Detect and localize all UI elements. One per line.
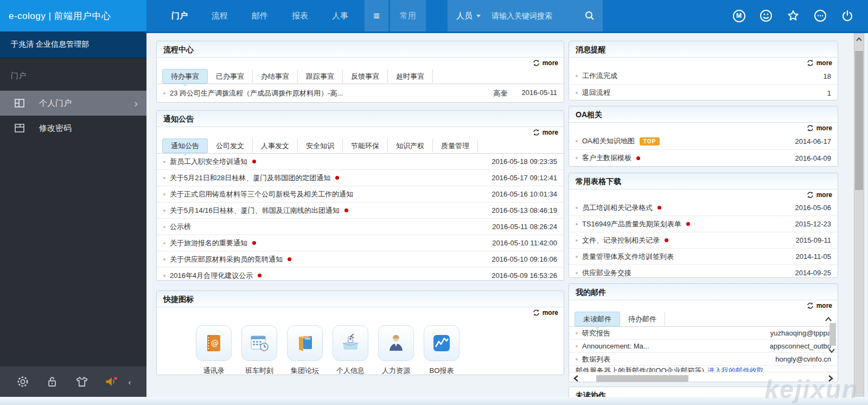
smiley-icon[interactable] <box>760 9 773 22</box>
notice-row[interactable]: 关于5月21日和28日桂林、厦门及韩国团的定团通知 2016-05-17 09:… <box>157 170 564 186</box>
tab-done[interactable]: 已办事宜 <box>208 69 253 83</box>
hamburger-menu-icon[interactable]: ≡ <box>365 0 388 31</box>
message-count: 18 <box>824 72 831 80</box>
star-favorite-icon[interactable] <box>787 9 800 22</box>
tab-ip[interactable]: 知识产权 <box>388 139 433 153</box>
bullet-icon <box>576 358 578 360</box>
workflow-row[interactable]: 23 跨公司生产调拨流程（产成品调拨作原材料用）-高... 高奎 2016-05… <box>157 84 564 102</box>
shortcut-forum[interactable]: 集团论坛 <box>287 325 323 375</box>
mail-footer-note[interactable]: 邮件服务器上的新邮件(如QQ企业邮箱等) 进入我的邮件收取 <box>569 366 838 372</box>
oa-more-button[interactable]: more <box>569 123 838 133</box>
sidebar-item-personal-portal[interactable]: 个人门户 › <box>0 91 146 116</box>
mail-footer-link[interactable]: 进入我的邮件收取 <box>707 366 764 372</box>
forms-more-button[interactable]: more <box>569 189 838 200</box>
oa-row[interactable]: OA相关知识地图 TOP 2014-06-17 <box>569 133 838 150</box>
mail-row[interactable]: 数据列表 hongly@cvinfo.cn <box>569 353 838 366</box>
mail-more-button[interactable]: more <box>569 300 838 311</box>
tab-track[interactable]: 跟踪事宜 <box>298 69 343 83</box>
announcement-speaker-icon[interactable] <box>104 375 118 389</box>
message-more-button[interactable]: more <box>569 58 838 68</box>
search-input[interactable] <box>490 0 577 31</box>
sidebar-footer: ‹ <box>0 366 146 397</box>
oa-panel: OA相关 more OA相关知识地图 TOP 2014-06-17 客户主数据模… <box>569 106 838 167</box>
tab-quality[interactable]: 质量管理 <box>433 139 478 153</box>
shortcut-contacts[interactable]: @ 通讯录 <box>196 325 232 375</box>
lock-icon[interactable] <box>45 375 59 389</box>
top-badge: TOP <box>640 137 660 145</box>
sidebar-item-label: 个人门户 <box>39 98 72 109</box>
tab-todo[interactable]: 待办事宜 <box>162 69 208 84</box>
collapse-sidebar-icon[interactable]: ‹ <box>129 377 131 387</box>
mail-horizontal-scroll-thumb[interactable] <box>596 375 688 382</box>
scroll-down-icon[interactable] <box>828 348 835 353</box>
scroll-up-icon[interactable] <box>825 317 832 322</box>
page-scrollbar[interactable] <box>854 33 864 405</box>
svg-text:@: @ <box>211 339 219 347</box>
id-badge-icon <box>340 332 361 354</box>
notice-row[interactable]: 关于旅游报名的重要通知 2016-05-10 11:42:00 <box>157 235 564 251</box>
bullet-icon <box>576 75 578 77</box>
notice-more-button[interactable]: more <box>157 127 564 137</box>
shortcut-personal-info[interactable]: 个人信息 <box>333 325 368 375</box>
search-category-dropdown[interactable]: 人员 <box>448 0 486 31</box>
mail-row[interactable]: 研究报告 yuzhaoqing@tpppa <box>569 327 838 340</box>
tab-hr-docs[interactable]: 人事发文 <box>253 139 298 153</box>
forms-panel: 常用表格下载 more 员工培训相关记录格式 2016-05-06 TS1694… <box>569 173 838 278</box>
search-bar: 人员 <box>448 0 603 31</box>
tab-energy[interactable]: 节能环保 <box>343 139 388 153</box>
oa-row[interactable]: 客户主数据模板 2016-04-09 <box>569 150 838 166</box>
nav-hr[interactable]: 人事 <box>320 0 360 31</box>
nav-portal[interactable]: 门户 <box>159 0 200 31</box>
panel-title: 消息提醒 <box>569 41 838 58</box>
tab-company-docs[interactable]: 公司发文 <box>208 139 253 153</box>
message-row[interactable]: 退回流程 1 <box>569 85 838 100</box>
mail-address: yuzhaoqing@tpppa <box>770 329 831 337</box>
form-row[interactable]: 质量管理体系文件培训签到表 2014-11-05 <box>569 249 838 265</box>
workflow-item-title: 23 跨公司生产调拨流程（产成品调拨作原材料用）-高... <box>170 88 343 98</box>
notice-row[interactable]: 2016年4月合理化建议公示 2016-05-09 16:53:26 <box>157 268 564 281</box>
workflow-more-button[interactable]: more <box>157 58 564 68</box>
bullet-icon <box>163 275 165 277</box>
scrollbar-up-icon[interactable] <box>856 37 863 42</box>
form-row[interactable]: 员工培训相关记录格式 2016-05-06 <box>569 200 838 216</box>
message-row[interactable]: 工作流完成 18 <box>569 68 838 85</box>
tab-todo-mail[interactable]: 待办邮件 <box>620 312 665 326</box>
mail-row[interactable]: Announcement: Ma... appsconnect_outbo <box>569 340 838 353</box>
tab-finished[interactable]: 办结事宜 <box>253 69 298 83</box>
power-logout-icon[interactable] <box>841 9 854 22</box>
tab-overtime[interactable]: 超时事宜 <box>388 69 433 83</box>
nav-report[interactable]: 报表 <box>280 0 320 31</box>
shortcut-bus-schedule[interactable]: 班车时刻 <box>241 325 277 375</box>
tab-safety[interactable]: 安全知识 <box>298 139 343 153</box>
shortcut-more-button[interactable]: more <box>157 307 564 318</box>
page-scrollbar-thumb[interactable] <box>855 51 863 190</box>
form-row[interactable]: TS16949产品质量先期策划表单 2015-12-23 <box>569 216 838 232</box>
nav-mail[interactable]: 邮件 <box>240 0 280 31</box>
tab-unread-mail[interactable]: 未读邮件 <box>575 312 620 326</box>
mail-vertical-scroll-thumb[interactable] <box>829 323 836 346</box>
notice-row[interactable]: 关于正式启用铸造材料等三个公司新税号及相关工作的通知 2016-05-16 10… <box>157 186 564 202</box>
more-options-icon[interactable] <box>814 9 827 22</box>
notice-row[interactable]: 关于5月14/16日桂林、厦门、韩国及江南线的出团通知 2016-05-13 0… <box>157 202 564 219</box>
shortcut-bo-report[interactable]: BO报表 <box>424 325 459 375</box>
search-button[interactable] <box>577 0 603 31</box>
quick-menu-button[interactable]: 常用 <box>390 0 426 31</box>
notice-row[interactable]: 新员工入职安全培训通知 2016-05-18 09:23:35 <box>157 154 564 170</box>
theme-shirt-icon[interactable] <box>75 375 89 389</box>
workflow-center-panel: 流程中心 more 待办事宜 已办事宜 办结事宜 跟踪事宜 反馈事宜 超时事宜 … <box>156 41 564 103</box>
sidebar-item-change-password[interactable]: 修改密码 <box>0 116 146 141</box>
nav-workflow[interactable]: 流程 <box>200 0 240 31</box>
unread-dot <box>252 241 256 245</box>
refresh-icon <box>807 302 814 309</box>
notice-row[interactable]: 关于供应部原材料采购员的竞聘通知 2016-05-10 09:16:06 <box>157 251 564 268</box>
shortcut-hr[interactable]: 人力资源 <box>378 325 414 375</box>
tab-notices[interactable]: 通知公告 <box>162 138 208 153</box>
notice-row[interactable]: 公示榜 2016-05-11 08:26:24 <box>157 219 564 235</box>
tab-feedback[interactable]: 反馈事宜 <box>343 69 388 83</box>
form-row[interactable]: 供应部业务交接 2014-09-25 <box>569 265 838 278</box>
settings-gear-icon[interactable] <box>16 375 30 389</box>
form-row[interactable]: 文件、记录控制相关记录 2015-09-11 <box>569 232 838 249</box>
scroll-left-icon[interactable] <box>573 375 579 382</box>
forum-folder-icon <box>294 332 316 354</box>
m-badge-icon[interactable]: M <box>732 9 745 22</box>
